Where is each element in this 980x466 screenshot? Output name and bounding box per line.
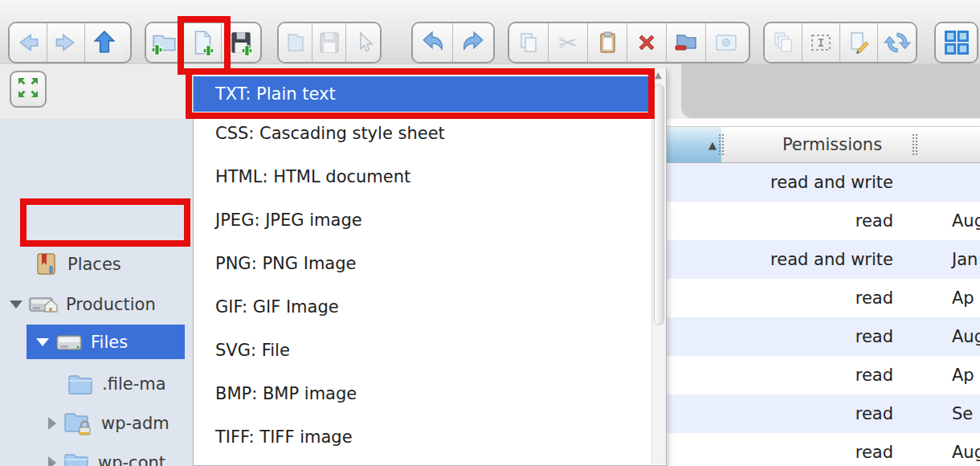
modified-value: Ap: [952, 279, 974, 317]
cut-button[interactable]: ✂: [549, 23, 588, 62]
sidebar-item-wp-admin[interactable]: wp-adm: [48, 406, 169, 441]
select-all-button[interactable]: [765, 23, 802, 62]
save-icon: [316, 30, 342, 55]
redo-button[interactable]: [453, 23, 493, 62]
select-mode-button[interactable]: [346, 23, 380, 62]
menu-item-png[interactable]: PNG: PNG Image: [194, 242, 651, 285]
grid-view-button[interactable]: [936, 23, 977, 62]
clipboard-button-group: ✂: [508, 22, 750, 63]
sidebar-item-label: Production: [66, 295, 156, 314]
scroll-up-icon[interactable]: ▲: [655, 70, 661, 80]
open-file-icon: [283, 30, 308, 55]
modified-value: Se: [952, 394, 973, 433]
folder-lock-icon: [63, 410, 93, 437]
undo-icon: [419, 29, 447, 56]
column-resize-handle[interactable]: [913, 134, 917, 155]
grid-view-icon: [942, 28, 971, 57]
annotation-box-files-tree-item: [20, 198, 190, 247]
file-button-group: [277, 22, 382, 63]
permissions-value: read: [855, 394, 893, 433]
chevron-right-icon[interactable]: [48, 456, 56, 466]
delete-button[interactable]: [627, 23, 667, 62]
pointer-icon: [350, 30, 376, 55]
fullscreen-button[interactable]: [10, 71, 47, 108]
paste-button[interactable]: [588, 23, 627, 62]
eject-icon: [673, 30, 699, 55]
sidebar-item-label: Places: [67, 255, 121, 274]
nav-button-group: [8, 22, 132, 63]
forward-button[interactable]: [47, 23, 85, 62]
menu-item-svg[interactable]: SVG: File: [194, 329, 651, 372]
sidebar-item-production[interactable]: Production: [10, 287, 156, 322]
redo-icon: [459, 29, 487, 56]
preview-button[interactable]: [706, 23, 745, 62]
permissions-value: read: [855, 202, 893, 240]
permissions-value: read: [855, 356, 893, 394]
refresh-button[interactable]: [878, 23, 916, 62]
rename-icon: [846, 30, 872, 55]
undo-button[interactable]: [413, 23, 453, 62]
save-as-icon: [227, 29, 255, 56]
undo-button-group: [411, 22, 495, 63]
up-icon: [91, 29, 118, 56]
menu-item-html[interactable]: HTML: HTML document: [194, 155, 651, 198]
sidebar-item-places[interactable]: Places: [34, 247, 121, 282]
rename-button[interactable]: [840, 23, 878, 62]
book-icon: [34, 251, 59, 277]
new-file-type-menu: TXT: Plain text CSS: Cascading style she…: [193, 68, 667, 466]
annotation-box-new-file-button: [178, 16, 231, 75]
sidebar-item-file-manager[interactable]: .file-ma: [67, 366, 166, 402]
modified-value: Aug: [952, 202, 980, 240]
disconnect-button[interactable]: [667, 23, 706, 62]
forward-icon: [52, 29, 80, 56]
up-directory-button[interactable]: [85, 23, 123, 62]
modified-value: Aug: [952, 317, 980, 356]
sidebar-item-label: wp-cont: [98, 453, 165, 466]
chevron-right-icon[interactable]: [48, 417, 56, 430]
view-button-group: [934, 22, 978, 63]
scrollbar-thumb[interactable]: [654, 84, 664, 325]
toolbar: ✂: [0, 0, 980, 64]
permissions-column-header[interactable]: Permissions: [721, 127, 916, 162]
sidebar-item-label: .file-ma: [102, 374, 166, 394]
menu-item-bmp[interactable]: BMP: BMP image: [194, 372, 651, 415]
annotation-box-txt-menu-item: [186, 68, 655, 119]
menu-items: TXT: Plain text CSS: Cascading style she…: [194, 68, 651, 459]
sidebar-item-files[interactable]: Files: [27, 325, 185, 359]
back-button[interactable]: [10, 23, 47, 62]
permissions-value: read: [855, 317, 893, 356]
folder-icon: [67, 372, 94, 396]
selection-icon: [808, 30, 834, 55]
edit-button-group: [763, 22, 917, 63]
menu-item-tiff[interactable]: TIFF: TIFF image: [194, 415, 651, 459]
sidebar-item-label: Files: [91, 333, 128, 352]
menu-item-jpeg[interactable]: JPEG: JPEG image: [194, 198, 651, 242]
paste-icon: [594, 30, 620, 55]
folder-icon: [63, 451, 90, 466]
open-file-button[interactable]: [279, 23, 312, 62]
modified-value: Aug: [952, 433, 980, 466]
menu-item-gif[interactable]: GIF: GIF Image: [194, 285, 651, 329]
delete-icon: [634, 30, 659, 55]
save-button[interactable]: [312, 23, 346, 62]
drive-icon: [55, 330, 83, 354]
selection-button[interactable]: [802, 23, 840, 62]
permissions-value: read: [855, 433, 893, 466]
back-icon: [14, 29, 42, 56]
refresh-icon: [884, 29, 911, 56]
sidebar-item-label: wp-adm: [101, 414, 169, 433]
permissions-value: read and write: [770, 240, 893, 279]
drive-home-icon: [29, 292, 58, 317]
new-folder-icon: [151, 29, 178, 56]
fullscreen-icon: [15, 75, 41, 104]
permissions-value: read: [855, 279, 893, 317]
chevron-down-icon[interactable]: [10, 300, 22, 309]
modified-value: Jan: [952, 240, 978, 279]
sidebar-item-wp-content[interactable]: wp-cont: [48, 445, 165, 466]
preview-icon: [713, 30, 739, 55]
copy-button[interactable]: [509, 23, 549, 62]
permissions-column-label: Permissions: [782, 135, 882, 154]
chevron-down-icon[interactable]: [36, 338, 49, 346]
menu-scrollbar[interactable]: ▲: [651, 68, 666, 464]
path-panel: [681, 64, 980, 118]
